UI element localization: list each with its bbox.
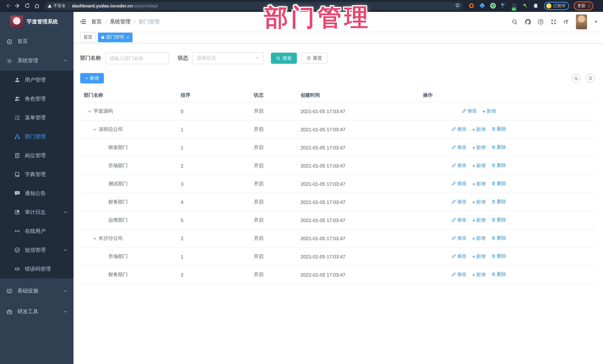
browser-menu-icon[interactable]	[589, 4, 590, 8]
add-child-link[interactable]: +新增	[472, 272, 485, 278]
dept-name: 运维部门	[108, 217, 128, 223]
sidebar-item-roles[interactable]: 角色管理	[0, 89, 73, 108]
expand-chevron-icon[interactable]	[93, 236, 97, 240]
edit-link[interactable]: 修改	[452, 253, 466, 259]
refresh-table-button[interactable]	[586, 74, 595, 83]
delete-link[interactable]: 删除	[491, 253, 506, 259]
edit-link[interactable]: 修改	[452, 235, 466, 241]
sidebar-item-label: 系统管理	[17, 57, 58, 64]
extension-green-check-icon[interactable]: ✓	[490, 3, 496, 9]
delete-link[interactable]: 删除	[491, 162, 506, 169]
page-content: 部门名称 状态 菜单状态 搜索 重置	[73, 43, 603, 364]
refresh-icon	[588, 76, 592, 80]
edit-link[interactable]: 修改	[452, 180, 466, 187]
edit-link[interactable]: 修改	[462, 108, 477, 114]
breadcrumb-home[interactable]: 首页	[91, 18, 102, 25]
address-bar[interactable]: 不安全 dashboard.yudao.iocoder.cn/system/de…	[45, 2, 463, 10]
font-size-icon[interactable]: TT	[563, 19, 568, 25]
sidebar-item-posts[interactable]: 岗位管理	[0, 146, 73, 165]
browser-update-button[interactable]: 更新	[574, 1, 593, 10]
close-icon[interactable]: ×	[127, 35, 129, 40]
extension-orange-icon[interactable]	[468, 3, 474, 9]
sidebar-item-online-users[interactable]: 在线用户	[0, 222, 73, 241]
sidebar-item-label: 审计日志	[25, 209, 59, 216]
sidebar-item-error-codes[interactable]: 错误码管理	[0, 259, 73, 278]
sidebar-item-audit-log[interactable]: 审计日志	[0, 203, 73, 222]
edit-link[interactable]: 修改	[452, 217, 466, 223]
add-child-link[interactable]: +新增	[472, 254, 485, 260]
delete-link[interactable]: 删除	[491, 126, 506, 132]
delete-link[interactable]: 删除	[491, 235, 506, 241]
dept-name: 长沙分公司	[99, 235, 123, 242]
sidebar-item-sms[interactable]: 短信管理	[0, 241, 73, 259]
add-child-link[interactable]: +新增	[472, 181, 485, 187]
add-child-link[interactable]: +新增	[472, 199, 485, 206]
edit-link[interactable]: 修改	[452, 162, 466, 169]
add-child-link[interactable]: +新增	[472, 236, 485, 242]
search-icon[interactable]	[511, 18, 518, 25]
tag-departments[interactable]: 部门管理 ×	[98, 33, 132, 42]
extension-grid-icon[interactable]	[500, 3, 507, 9]
app-logo-row: 芋道管理系统	[0, 12, 73, 32]
delete-link[interactable]: 删除	[491, 217, 506, 223]
sidebar-item-notices[interactable]: 通知公告	[0, 184, 73, 203]
sidebar-item-dev-tools[interactable]: 研发工具	[0, 301, 73, 322]
search-button[interactable]: 搜索	[271, 53, 297, 64]
edit-link[interactable]: 修改	[452, 126, 466, 132]
status-select[interactable]: 菜单状态	[193, 52, 264, 64]
add-child-link[interactable]: +新增	[472, 145, 485, 151]
show-search-toggle-button[interactable]	[571, 74, 580, 83]
sidebar-item-users[interactable]: 用户管理	[0, 70, 73, 89]
extension-on-badge-icon[interactable]: on	[511, 3, 517, 9]
edit-link[interactable]: 修改	[452, 144, 466, 151]
browser-back-button[interactable]	[3, 1, 13, 11]
expand-chevron-icon[interactable]	[93, 127, 97, 132]
edit-icon	[452, 127, 456, 132]
dept-sort: 0	[177, 102, 250, 120]
avatar-caret-icon[interactable]: ▼	[594, 20, 598, 24]
edit-link[interactable]: 修改	[452, 199, 466, 205]
delete-link[interactable]: 删除	[491, 144, 506, 151]
not-secure-warning[interactable]: 不安全	[47, 3, 66, 9]
delete-link[interactable]: 删除	[491, 199, 506, 205]
bookmark-star-icon[interactable]	[455, 2, 460, 9]
browser-forward-button[interactable]	[13, 1, 22, 11]
extension-key-icon[interactable]	[522, 3, 528, 9]
add-child-link[interactable]: +新增	[472, 217, 485, 224]
browser-home-button[interactable]	[32, 1, 42, 11]
extension-gem-icon[interactable]	[479, 3, 485, 9]
add-child-link[interactable]: +新增	[472, 163, 485, 169]
edit-label: 修改	[457, 162, 466, 169]
dept-created: 2021-01-05 17:03:47	[297, 211, 419, 229]
sidebar-item-infrastructure[interactable]: 基础设施	[0, 281, 73, 301]
sidebar-item-dict[interactable]: 字典管理	[0, 165, 73, 184]
reset-button[interactable]: 重置	[301, 53, 327, 64]
avatar[interactable]	[576, 14, 587, 29]
breadcrumb-system[interactable]: 系统管理	[110, 18, 131, 25]
expand-chevron-icon[interactable]	[88, 109, 92, 113]
edit-label: 修改	[457, 217, 466, 223]
github-icon[interactable]	[524, 18, 531, 25]
dept-sort: 1	[177, 247, 250, 265]
sidebar-item-departments[interactable]: 部门管理	[0, 127, 73, 146]
back-arrow-icon	[5, 3, 11, 9]
sidebar-item-home[interactable]: 首页	[0, 32, 73, 51]
add-child-link[interactable]: +新增	[472, 127, 485, 133]
dept-name-input[interactable]	[105, 52, 169, 64]
tag-home[interactable]: 首页	[80, 33, 96, 42]
add-child-link[interactable]: +新增	[483, 109, 496, 115]
sidebar-collapse-button[interactable]	[77, 16, 88, 27]
edit-link[interactable]: 修改	[452, 271, 466, 278]
search-icon	[574, 76, 578, 80]
browser-reload-button[interactable]	[22, 1, 32, 11]
delete-link[interactable]: 删除	[491, 180, 506, 187]
help-icon[interactable]	[537, 18, 544, 25]
add-department-button[interactable]: + 新增	[80, 73, 104, 83]
fullscreen-icon[interactable]	[550, 18, 557, 25]
edit-icon	[452, 145, 456, 150]
sidebar-item-menus[interactable]: 菜单管理	[0, 108, 73, 127]
browser-profile-chip[interactable]: 已暂停	[544, 2, 569, 10]
delete-link[interactable]: 删除	[491, 271, 506, 278]
extensions-puzzle-icon[interactable]	[533, 3, 539, 9]
sidebar-item-system[interactable]: 系统管理	[0, 51, 73, 70]
